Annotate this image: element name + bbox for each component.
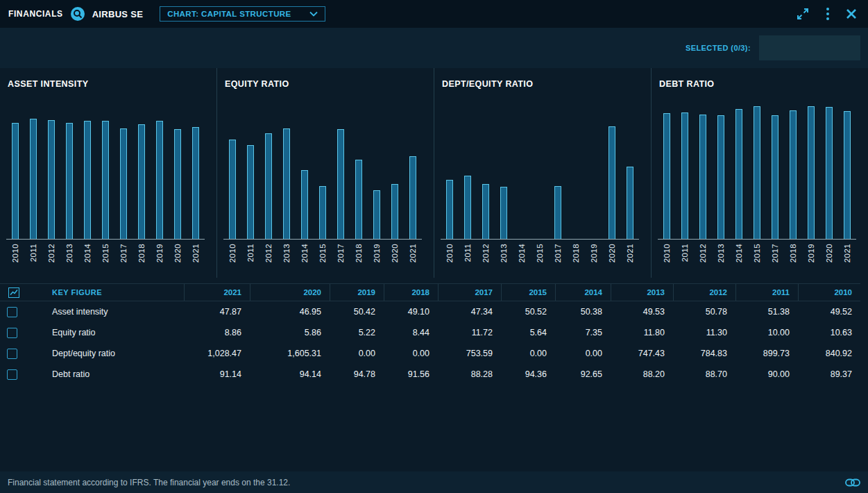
chart-type-dropdown[interactable]: CHART: CAPITAL STRUCTURE bbox=[160, 6, 325, 22]
x-axis-year-label: 2018 bbox=[355, 244, 363, 262]
x-label-slot: 2010 bbox=[223, 242, 241, 275]
bar-slot-2012 bbox=[694, 99, 712, 239]
chart-x-axis-labels: 2010201120122013201420152017201820192020… bbox=[6, 242, 205, 275]
x-axis-year-label: 2020 bbox=[825, 244, 833, 262]
x-label-slot: 2011 bbox=[459, 242, 477, 275]
bar-slot-2020 bbox=[820, 99, 838, 239]
x-label-slot: 2018 bbox=[350, 242, 368, 275]
table-body: Asset intensity47.8746.9550.4249.1047.34… bbox=[0, 301, 860, 385]
bar-2015 bbox=[102, 121, 109, 239]
chart-plot bbox=[658, 99, 856, 240]
value-cell: 8.86 bbox=[184, 328, 250, 337]
bar-slot-2020 bbox=[169, 99, 187, 239]
x-label-slot: 2013 bbox=[712, 242, 730, 275]
bar-slot-2015 bbox=[314, 99, 332, 239]
x-axis-year-label: 2014 bbox=[300, 244, 309, 262]
value-cell: 10.00 bbox=[735, 328, 798, 337]
x-label-slot: 2013 bbox=[60, 242, 78, 275]
checkbox-cell bbox=[0, 349, 28, 359]
x-label-slot: 2011 bbox=[24, 242, 42, 275]
bar-2014 bbox=[735, 109, 742, 239]
x-axis-year-label: 2020 bbox=[391, 244, 399, 262]
x-label-slot: 2021 bbox=[838, 242, 856, 275]
x-axis-year-label: 2013 bbox=[282, 244, 291, 262]
chart-panel-equity-ratio: EQUITY RATIO 201020112012201320142015201… bbox=[216, 68, 434, 278]
row-checkbox[interactable] bbox=[7, 328, 17, 338]
bar-2020 bbox=[174, 129, 181, 239]
bar-2012 bbox=[48, 120, 55, 239]
x-label-slot: 2015 bbox=[314, 242, 332, 275]
bar-2012 bbox=[699, 115, 706, 239]
link-icon[interactable] bbox=[845, 478, 860, 487]
row-checkbox[interactable] bbox=[7, 307, 17, 317]
value-cell: 94.78 bbox=[330, 369, 384, 379]
chart-plot bbox=[223, 99, 422, 240]
bar-2015 bbox=[319, 186, 326, 239]
x-axis-year-label: 2012 bbox=[699, 244, 707, 262]
x-label-slot: 2011 bbox=[676, 242, 694, 275]
table-row: Debt ratio91.1494.1494.7891.5688.2894.36… bbox=[0, 364, 860, 385]
selected-input-box[interactable] bbox=[759, 35, 860, 60]
bar-2014 bbox=[301, 170, 308, 239]
x-label-slot: 2014 bbox=[513, 242, 531, 275]
bar-slot-2012 bbox=[477, 99, 495, 239]
bar-2013 bbox=[717, 115, 724, 239]
bar-slot-2010 bbox=[223, 99, 241, 239]
expand-icon[interactable] bbox=[796, 7, 810, 21]
value-cell: 753.59 bbox=[438, 349, 501, 358]
x-axis-year-label: 2018 bbox=[789, 244, 797, 262]
value-cell: 899.73 bbox=[735, 349, 798, 358]
x-axis-year-label: 2014 bbox=[518, 244, 526, 262]
top-bar: FINANCIALS AIRBUS SE CHART: CAPITAL STRU… bbox=[0, 0, 868, 28]
value-cell: 46.95 bbox=[250, 307, 330, 317]
value-cell: 88.70 bbox=[673, 369, 735, 379]
chart-plot bbox=[441, 99, 639, 240]
close-icon[interactable] bbox=[846, 8, 857, 19]
bar-slot-2019 bbox=[585, 99, 603, 239]
bar-2021 bbox=[627, 167, 633, 239]
x-axis-year-label: 2019 bbox=[590, 244, 598, 262]
x-axis-year-label: 2021 bbox=[843, 244, 851, 262]
year-column-header: 2010 bbox=[798, 284, 860, 301]
x-axis-year-label: 2020 bbox=[608, 244, 616, 262]
x-axis-year-label: 2015 bbox=[753, 244, 761, 262]
bar-slot-2011 bbox=[24, 99, 42, 239]
bar-2010 bbox=[663, 113, 670, 239]
row-checkbox[interactable] bbox=[7, 349, 17, 359]
bar-slot-2010 bbox=[658, 99, 676, 239]
x-label-slot: 2012 bbox=[42, 242, 60, 275]
search-icon[interactable] bbox=[70, 6, 85, 22]
bar-slot-2013 bbox=[712, 99, 730, 239]
x-axis-year-label: 2011 bbox=[681, 244, 689, 262]
x-axis-year-label: 2017 bbox=[119, 244, 128, 262]
bar-slot-2018 bbox=[350, 99, 368, 239]
x-label-slot: 2012 bbox=[477, 242, 495, 275]
x-label-slot: 2020 bbox=[820, 242, 838, 275]
row-checkbox[interactable] bbox=[7, 369, 17, 380]
bar-slot-2021 bbox=[187, 99, 205, 239]
x-axis-year-label: 2011 bbox=[246, 244, 255, 262]
x-label-slot: 2019 bbox=[151, 242, 169, 275]
value-cell: 5.22 bbox=[330, 328, 384, 337]
line-chart-icon[interactable] bbox=[0, 287, 28, 298]
checkbox-cell bbox=[0, 307, 28, 317]
x-label-slot: 2021 bbox=[187, 242, 205, 275]
key-figure-label: Dept/equity ratio bbox=[28, 349, 184, 358]
key-figure-label: Equity ratio bbox=[28, 328, 184, 337]
kebab-menu-icon[interactable] bbox=[825, 6, 831, 22]
bar-2013 bbox=[283, 128, 290, 239]
x-label-slot: 2017 bbox=[332, 242, 350, 275]
year-column-header: 2020 bbox=[250, 284, 330, 301]
x-axis-year-label: 2018 bbox=[137, 244, 146, 262]
bar-2019 bbox=[156, 121, 163, 239]
value-cell: 0.00 bbox=[330, 349, 384, 358]
x-axis-year-label: 2012 bbox=[47, 244, 56, 262]
bar-slot-2019 bbox=[368, 99, 386, 239]
x-label-slot: 2010 bbox=[6, 242, 24, 275]
value-cell: 94.36 bbox=[501, 369, 555, 379]
chart-x-axis-labels: 2010201120122013201420152017201820192020… bbox=[223, 242, 422, 275]
bar-2010 bbox=[229, 140, 236, 239]
value-cell: 50.78 bbox=[673, 307, 735, 317]
x-label-slot: 2010 bbox=[441, 242, 459, 275]
bar-slot-2021 bbox=[621, 99, 639, 239]
